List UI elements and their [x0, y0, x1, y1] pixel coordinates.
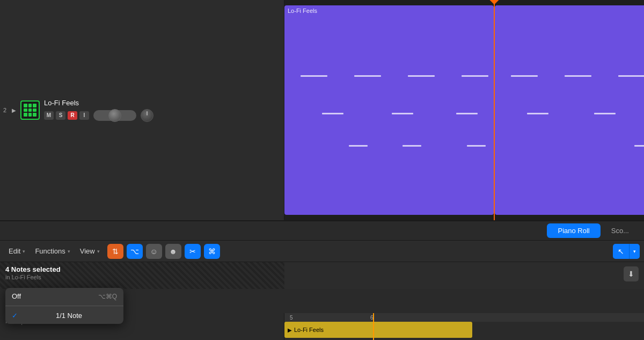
track-controls: M S R I — [44, 109, 280, 122]
note-dash — [408, 75, 435, 77]
note-dash — [349, 145, 368, 147]
note-dash — [322, 113, 343, 114]
toolbar: Edit ▾ Functions ▾ View ▾ ⇅ ⌥ ☺ ☻ ✂ — [0, 241, 644, 262]
dropdown-label-off: Off — [12, 292, 21, 300]
download-button[interactable]: ⬇ — [624, 266, 639, 281]
fader-thumb — [108, 109, 121, 122]
flex-button[interactable]: ⌥ — [127, 244, 143, 259]
note-dash — [456, 113, 478, 114]
dropdown-shortcut-off: ⌥⌘Q — [98, 293, 117, 300]
cursor-dropdown-icon: ▾ — [633, 249, 636, 254]
cursor-button[interactable]: ↖ — [613, 244, 629, 259]
track-knob[interactable] — [141, 109, 153, 122]
mini-playhead — [373, 313, 374, 340]
dropdown-item-note[interactable]: 1/1 Note — [5, 307, 123, 324]
playhead-diamond — [490, 0, 499, 4]
flex-icon: ⌥ — [130, 247, 139, 256]
arrange-section: 2 ▶ — [0, 0, 644, 220]
note-dash — [565, 75, 591, 77]
track-name: Lo-Fi Feels — [44, 99, 280, 107]
face2-icon: ☻ — [169, 247, 177, 256]
note-dash — [392, 113, 413, 114]
record-button[interactable]: R — [68, 111, 77, 120]
dropdown-label-note: 1/1 Note — [56, 312, 82, 320]
notes-selected: 4 Notes selected — [5, 265, 618, 273]
note-dash — [462, 75, 488, 77]
link-icon: ⌘ — [208, 247, 216, 256]
scissors-button[interactable]: ✂ — [185, 244, 201, 259]
cursor-group: ↖ ▾ — [613, 244, 640, 259]
note-dash — [467, 145, 486, 147]
view-menu-button[interactable]: View ▾ — [76, 245, 104, 257]
track-info: Lo-Fi Feels M S R I — [44, 99, 280, 122]
track-expand-button[interactable]: ▶ — [10, 106, 18, 114]
functions-chevron: ▾ — [68, 249, 70, 254]
region-label-1: Lo-Fi Feels — [288, 8, 317, 14]
input-button[interactable]: I — [79, 111, 89, 120]
track-fader[interactable] — [93, 110, 136, 121]
status-bar: 4 Notes selected in Lo-Fi Feels ⬇ — [0, 262, 644, 289]
face-icon: ☺ — [150, 247, 158, 256]
playhead — [494, 0, 495, 220]
toolbar-btn-group-left: Edit ▾ Functions ▾ View ▾ — [4, 245, 104, 257]
in-track: in Lo-Fi Feels — [5, 274, 618, 280]
section-divider — [0, 220, 644, 221]
note-dash — [301, 75, 327, 77]
face-button[interactable]: ☺ — [146, 244, 162, 259]
tab-piano-roll[interactable]: Piano Roll — [547, 223, 600, 238]
dropdown-item-off[interactable]: Off ⌥⌘Q — [5, 288, 123, 305]
functions-label: Functions — [35, 247, 65, 255]
tab-score[interactable]: Sco... — [601, 223, 640, 238]
link-button[interactable]: ⌘ — [204, 244, 220, 259]
view-chevron: ▾ — [97, 249, 100, 254]
region-block-2[interactable] — [495, 5, 644, 215]
view-label: View — [80, 247, 95, 255]
scissors-icon: ✂ — [189, 247, 196, 256]
arrange-timeline[interactable]: Lo-Fi Feels — [284, 0, 644, 220]
note-dash — [618, 75, 644, 77]
piano-roll-tabs: Piano Roll Sco... — [0, 221, 644, 241]
track-row: 2 ▶ — [0, 0, 284, 220]
note-dash — [354, 75, 381, 77]
download-icon: ⬇ — [628, 270, 634, 278]
face2-button[interactable]: ☻ — [165, 244, 181, 259]
track-icon-grid — [24, 104, 36, 117]
mini-bar-numbers: 5 6 — [284, 313, 644, 322]
bottom-section: 4 Notes selected in Lo-Fi Feels ⬇ Off ⌥⌘… — [0, 262, 644, 340]
cursor-dropdown[interactable]: ▾ — [629, 244, 640, 259]
mini-timeline[interactable]: 5 6 ▶ Lo-Fi Feels — [284, 313, 644, 340]
note-dash — [527, 113, 548, 114]
edit-menu-button[interactable]: Edit ▾ — [4, 245, 30, 257]
mute-button[interactable]: M — [44, 111, 54, 120]
status-text: 4 Notes selected in Lo-Fi Feels — [5, 265, 618, 280]
track-number: 2 — [0, 107, 10, 113]
solo-button[interactable]: S — [56, 111, 65, 120]
edit-label: Edit — [9, 247, 20, 255]
functions-menu-button[interactable]: Functions ▾ — [31, 245, 74, 257]
note-dash — [511, 75, 538, 77]
note-dash — [634, 145, 644, 147]
expand-icon: ▶ — [12, 107, 16, 113]
quantize-button[interactable]: ⇅ — [107, 244, 123, 259]
mini-play-icon: ▶ — [288, 327, 292, 333]
app-container: 2 ▶ — [0, 0, 644, 340]
dropdown-divider — [5, 306, 123, 306]
bar-5: 5 — [290, 315, 293, 321]
mini-region-text: Lo-Fi Feels — [294, 327, 324, 333]
cursor-icon: ↖ — [618, 247, 624, 256]
region-block-1[interactable]: Lo-Fi Feels — [284, 5, 494, 215]
track-headers: 2 ▶ — [0, 0, 284, 220]
mini-region-label: ▶ Lo-Fi Feels — [288, 327, 324, 333]
quantize-icon: ⇅ — [112, 247, 119, 256]
track-icon[interactable] — [20, 100, 40, 120]
mini-region[interactable]: ▶ Lo-Fi Feels — [284, 322, 472, 338]
dropdown-menu: Off ⌥⌘Q 1/1 Note — [5, 288, 123, 324]
edit-chevron: ▾ — [23, 249, 25, 254]
note-dash — [594, 113, 616, 114]
note-dash — [402, 145, 421, 147]
